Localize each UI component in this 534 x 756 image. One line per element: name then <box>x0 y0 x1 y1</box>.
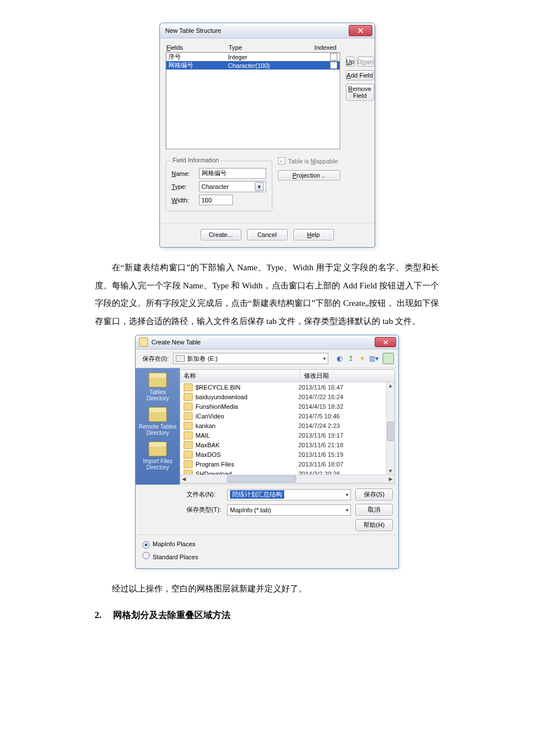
drive-icon <box>176 355 185 362</box>
scroll-right-icon[interactable]: ▶ <box>387 476 394 482</box>
folder-icon <box>184 460 193 468</box>
file-row[interactable]: SHDownload2014/3/2 20:28 <box>180 469 394 474</box>
scroll-down-icon[interactable]: ▼ <box>388 468 393 474</box>
section-heading-2: 2. 网格划分及去除重叠区域方法 <box>95 606 440 624</box>
file-date: 2014/7/5 10:46 <box>298 413 391 420</box>
filetype-combo[interactable]: MapInfo (*.tab) ▾ <box>227 504 351 516</box>
col-name[interactable]: 名称 <box>180 370 301 382</box>
radio-standard-places[interactable]: Standard Places <box>142 552 392 560</box>
save-button[interactable]: 保存(S) <box>355 489 393 500</box>
file-name: FunshionMedia <box>196 403 298 410</box>
field-width-input[interactable]: 100 <box>199 195 233 205</box>
chevron-down-icon: ▾ <box>346 492 349 498</box>
indexed-checkbox[interactable] <box>330 62 337 69</box>
indexed-checkbox[interactable] <box>330 53 337 61</box>
filename-label: 文件名(N): <box>186 490 223 499</box>
close-icon[interactable] <box>349 25 372 36</box>
file-date: 2013/11/6 16:47 <box>298 384 391 391</box>
vertical-scrollbar[interactable]: ▲ ▼ <box>386 382 394 474</box>
file-row[interactable]: MaxDOS2013/11/6 15:19 <box>180 450 394 459</box>
scroll-left-icon[interactable]: ◀ <box>180 476 188 482</box>
folder-icon <box>184 470 193 475</box>
file-row[interactable]: FunshionMedia2014/4/15 18:32 <box>180 401 394 411</box>
dialog1-body: Fields Type Indexed 序号 Integer 网格编号 Char… <box>160 38 375 217</box>
back-icon[interactable]: ◐ <box>335 354 344 363</box>
scroll-thumb[interactable] <box>227 476 296 482</box>
scroll-thumb[interactable] <box>387 422 394 441</box>
folder-icon <box>184 393 193 401</box>
file-date: 2014/3/2 20:28 <box>298 470 391 475</box>
projection-button[interactable]: Projection .. <box>278 170 340 180</box>
field-row[interactable]: 序号 Integer <box>166 53 340 61</box>
sidebar-import-files-directory[interactable]: Import Files Directory <box>136 442 180 470</box>
table-mappable-checkbox[interactable]: ✓ Table is Mappable <box>278 157 340 165</box>
dialog2-title: Create New Table <box>151 339 201 345</box>
folder-icon <box>184 431 193 439</box>
chevron-down-icon: ▾ <box>323 356 326 361</box>
scroll-up-icon[interactable]: ▲ <box>388 382 393 389</box>
fields-header-rest: ields <box>170 44 183 51</box>
help-button[interactable]: Help <box>293 229 334 240</box>
field-row[interactable]: 网格编号 Character(100) <box>166 61 340 70</box>
filetype-label: 保存类型(T): <box>186 506 223 514</box>
view-menu-icon[interactable]: ▥▾ <box>369 354 378 363</box>
file-row[interactable]: baiduyundownload2014/7/22 16:24 <box>180 392 394 401</box>
file-row[interactable]: MaxBAK2013/11/6 21:18 <box>180 440 394 450</box>
dialog1-title: New Table Structure <box>166 27 222 34</box>
file-date: 2014/4/15 18:32 <box>298 403 391 410</box>
type-header: Type <box>229 44 303 51</box>
folder-icon <box>184 451 193 459</box>
cancel-button[interactable]: 取消 <box>355 504 393 516</box>
folder-icon <box>184 412 193 420</box>
help-button[interactable]: 帮助(H) <box>355 519 393 531</box>
file-list-body: $RECYCLE.BIN2013/11/6 16:47baiduyundownl… <box>180 382 394 474</box>
folder-icon <box>184 403 193 411</box>
save-in-combo[interactable]: 新加卷 (E:) ▾ <box>173 353 328 364</box>
file-name: Program Files <box>196 461 298 468</box>
chevron-down-icon: ▾ <box>346 507 349 513</box>
add-field-button[interactable]: Add Field <box>346 70 374 80</box>
dialog2-titlebar[interactable]: Create New Table <box>136 335 398 349</box>
file-rows-container: $RECYCLE.BIN2013/11/6 16:47baiduyundownl… <box>180 382 394 474</box>
new-folder-icon[interactable]: ✶ <box>358 354 367 363</box>
folder-icon <box>184 422 193 430</box>
folder-icon <box>184 383 193 391</box>
up-folder-icon[interactable]: ↥ <box>346 354 355 363</box>
file-row[interactable]: kankan2014/7/24 2:23 <box>180 421 394 430</box>
fields-listbox[interactable]: 序号 Integer 网格编号 Character(100) <box>166 52 340 149</box>
folder-icon <box>149 442 167 456</box>
field-information-group: Field Information Name: 网格编号 Type: Chara… <box>166 161 272 211</box>
dialog2-toolbar: 保存在(I): 新加卷 (E:) ▾ ◐ ↥ ✶ ▥▾ <box>136 349 398 368</box>
folder-icon <box>184 441 193 449</box>
file-date: 2013/11/6 19:17 <box>298 432 391 439</box>
file-row[interactable]: iCanVideo2014/7/5 10:46 <box>180 411 394 421</box>
create-button[interactable]: Create... <box>201 229 241 240</box>
close-icon[interactable] <box>375 337 396 347</box>
new-table-structure-dialog: New Table Structure Fields Type Indexed … <box>159 23 375 248</box>
app-icon <box>139 338 148 347</box>
document-page: New Table Structure Fields Type Indexed … <box>0 0 534 692</box>
file-list[interactable]: 名称 修改日期 $RECYCLE.BIN2013/11/6 16:47baidu… <box>180 369 395 483</box>
remove-field-button[interactable]: Remove Field <box>346 84 374 101</box>
section-title: 网格划分及去除重叠区域方法 <box>113 610 231 620</box>
cancel-button[interactable]: Cancel <box>247 229 288 240</box>
radio-mapinfo-places[interactable]: MapInfo Places <box>142 541 392 548</box>
up-button[interactable]: Up <box>346 57 355 67</box>
horizontal-scrollbar[interactable]: ◀ ▶ <box>180 474 394 483</box>
file-date: 2014/7/22 16:24 <box>298 394 391 400</box>
col-date[interactable]: 修改日期 <box>301 370 387 382</box>
sidebar-tables-directory[interactable]: Tables Directory <box>136 373 180 401</box>
sidebar-remote-tables-directory[interactable]: Remote Tables Directory <box>136 407 180 436</box>
dialog1-titlebar[interactable]: New Table Structure <box>160 23 375 38</box>
file-name: baiduyundownload <box>196 394 298 400</box>
preview-icon[interactable] <box>383 353 394 364</box>
field-type-combo[interactable]: Character ▾ <box>199 181 266 192</box>
filename-input[interactable]: 陪练计划汇总结构 ▾ <box>227 489 351 500</box>
file-row[interactable]: Program Files2013/11/6 18:07 <box>180 459 394 469</box>
file-row[interactable]: $RECYCLE.BIN2013/11/6 16:47 <box>180 382 394 392</box>
file-row[interactable]: MAIL2013/11/6 19:17 <box>180 430 394 440</box>
file-name: SHDownload <box>196 470 298 475</box>
down-button[interactable]: Down <box>357 57 374 67</box>
field-name-input[interactable]: 网格编号 <box>199 168 266 179</box>
dialog2-wrap: Create New Table 保存在(I): 新加卷 (E:) ▾ ◐ ↥ … <box>0 335 534 569</box>
